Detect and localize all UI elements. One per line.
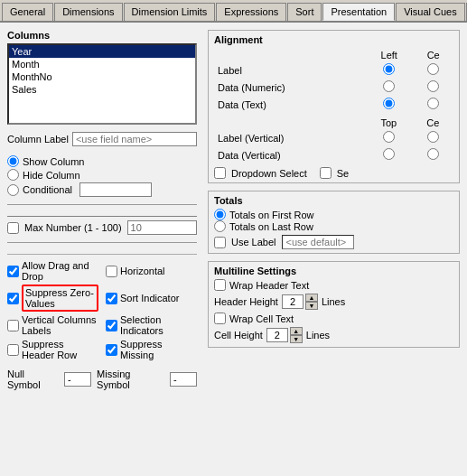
totals-title: Totals [214,195,453,206]
align-text-center-radio[interactable] [427,98,439,109]
right-panel: Alignment Left Ce Label [208,30,460,468]
tab-bar: General Dimensions Dimension Limits Expr… [0,0,467,23]
cell-height-spinner: ▲ ▼ [266,327,303,343]
allow-drag-drop-checkbox[interactable] [7,266,19,277]
cell-height-down-button[interactable]: ▼ [290,335,303,343]
align-label-left-cell [365,61,413,79]
header-height-up-button[interactable]: ▲ [305,294,318,302]
null-row: Null Symbol Missing Symbol [7,369,197,390]
vert-data-center-radio[interactable] [427,148,439,160]
align-label-left-radio[interactable] [383,63,395,75]
column-label-text: Column Label [7,134,69,145]
columns-section: Columns Year Month MonthNo Sales [7,30,197,125]
multiline-title: Multiline Settings [214,266,453,276]
align-label-center-radio[interactable] [427,63,439,75]
suppress-header-checkbox[interactable] [7,344,19,356]
use-default-input[interactable] [282,235,354,249]
header-height-label: Header Height [214,296,278,307]
align-col-empty [214,49,365,61]
dropdown-select-label2: Se [337,168,349,179]
align-numeric-center-cell [413,79,453,96]
hide-column-radio[interactable] [7,169,19,181]
vert-label-top-radio[interactable] [383,131,395,143]
horizontal-item: Horizontal [106,260,197,282]
horizontal-checkbox[interactable] [106,266,117,277]
missing-symbol-input[interactable] [170,372,197,387]
suppress-zero-checkbox[interactable] [7,293,19,304]
column-item-year[interactable]: Year [9,45,195,58]
sort-indicator-item: Sort Indicator [106,285,197,312]
align-numeric-left-radio[interactable] [383,80,395,92]
align-label-center-cell [413,61,453,79]
align-row-label: Label [214,61,453,79]
alignment-table: Left Ce Label Data (Numeric) [214,49,453,113]
align-numeric-center-radio[interactable] [427,80,439,92]
tab-visual-cues[interactable]: Visual Cues [396,3,465,21]
tab-general[interactable]: General [2,3,53,21]
column-label-row: Column Label [7,132,197,146]
vert-align-col-empty [214,117,365,129]
use-label-text: Use Label [231,237,276,247]
suppress-missing-checkbox[interactable] [106,344,117,356]
header-height-down-button[interactable]: ▼ [305,302,318,310]
vert-data-top-radio[interactable] [383,148,395,160]
multiline-section: Multiline Settings Wrap Header Text Head… [208,261,460,348]
conditional-radio-item: Conditional [7,182,197,197]
vertical-columns-item: Vertical Columns Labels [7,314,98,336]
wrap-cell-checkbox[interactable] [214,313,226,324]
allow-drag-drop-item: Allow Drag and Drop [7,260,98,282]
align-data-numeric-cell: Data (Numeric) [214,79,365,96]
max-number-checkbox[interactable] [7,222,19,234]
selection-indicators-item: Selection Indicators [106,314,197,336]
totals-first-row-radio[interactable] [214,209,226,220]
totals-section: Totals Totals on First Row Totals on Las… [208,191,460,254]
dropdown-select-checkbox[interactable] [214,167,226,179]
column-item-monthno[interactable]: MonthNo [9,70,195,83]
null-symbol-input[interactable] [64,372,91,387]
columns-list[interactable]: Year Month MonthNo Sales [7,43,197,125]
max-number-input[interactable] [127,220,197,235]
divider-1 [7,204,197,205]
totals-first-row-item: Totals on First Row [214,209,453,220]
vert-align-label-row: Label (Vertical) [214,129,453,146]
cell-height-input[interactable] [266,328,288,342]
align-numeric-left-cell [365,79,413,96]
dropdown-select-checkbox2[interactable] [320,167,332,179]
use-label-checkbox[interactable] [214,237,226,248]
vert-data-top-cell [365,146,413,163]
tab-dimensions[interactable]: Dimensions [54,3,122,21]
max-number-label: Max Number (1 - 100) [24,222,122,233]
wrap-header-checkbox[interactable] [214,279,226,291]
column-item-sales[interactable]: Sales [9,83,195,96]
column-item-month[interactable]: Month [9,58,195,70]
tab-dimension-limits[interactable]: Dimension Limits [124,3,216,21]
show-column-radio[interactable] [7,155,19,167]
sort-indicator-checkbox[interactable] [106,293,117,304]
vert-data-vertical-cell: Data (Vertical) [214,146,365,163]
align-label-cell: Label [214,61,365,79]
vert-label-vertical-cell: Label (Vertical) [214,129,365,146]
column-label-input[interactable] [72,132,197,146]
tab-sort[interactable]: Sort [287,3,322,21]
header-height-input[interactable] [282,294,304,309]
selection-indicators-checkbox[interactable] [106,320,117,331]
wrap-header-label: Wrap Header Text [229,280,309,291]
header-height-row: Header Height ▲ ▼ Lines [214,294,453,310]
tab-expressions[interactable]: Expressions [216,3,286,21]
conditional-radio[interactable] [7,184,19,196]
wrap-cell-label: Wrap Cell Text [229,313,294,324]
suppress-missing-item: Suppress Missing [106,339,197,360]
vert-label-center-radio[interactable] [427,131,439,143]
tab-presentation[interactable]: Presentation [322,3,395,21]
align-row-data-numeric: Data (Numeric) [214,79,453,96]
cell-height-up-button[interactable]: ▲ [290,327,303,335]
conditional-input[interactable] [79,182,152,197]
vertical-columns-checkbox[interactable] [7,320,19,331]
columns-label: Columns [7,30,197,41]
totals-last-row-radio[interactable] [214,220,226,232]
align-text-left-radio[interactable] [383,98,395,109]
align-text-left-cell [365,96,413,113]
totals-last-row-label: Totals on Last Row [229,221,313,232]
vert-align-col-top: Top [365,117,413,129]
sort-indicator-label: Sort Indicator [120,293,179,303]
